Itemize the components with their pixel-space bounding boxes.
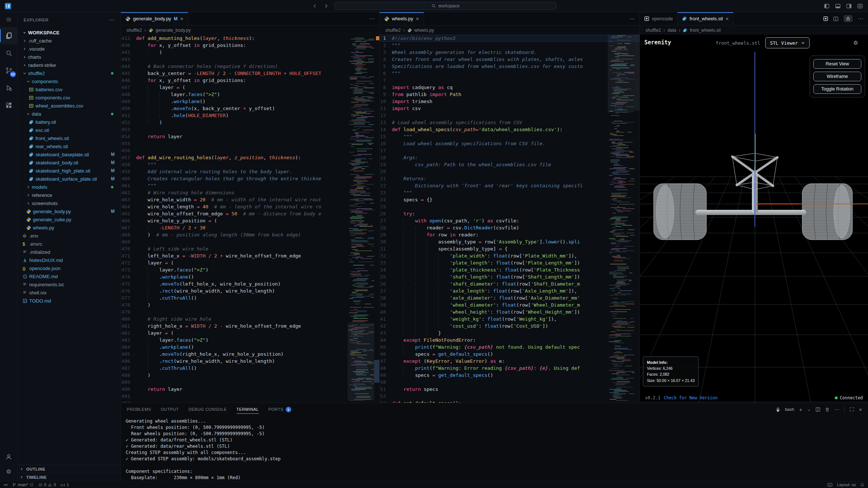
code-editor[interactable]: 1#!/usr/bin/env python32"""3Wheel assemb… xyxy=(380,35,640,403)
code-editor[interactable]: 412def add_mounting_holes(layer, thickne… xyxy=(121,35,379,403)
code-line-450[interactable]: 450 .moveTo(x, back_y_center + y_offset) xyxy=(121,105,379,112)
code-line-485[interactable]: 485 .moveTo(right_hole_x, wire_hole_y_po… xyxy=(121,351,379,358)
code-line-43[interactable]: 43 } xyxy=(380,330,640,337)
editor-lock-icon[interactable] xyxy=(844,15,852,22)
nav-back-icon[interactable] xyxy=(312,3,318,8)
tab-opencode[interactable]: opencode xyxy=(640,12,678,25)
explorer-item-readme-md[interactable]: README.md xyxy=(18,272,121,280)
explorer-more-icon[interactable] xyxy=(109,17,115,23)
explorer-item-skateboard-high-plate-stl[interactable]: skateboard_high_plate.stlM xyxy=(18,167,121,175)
code-line-482[interactable]: 482 layer = ( xyxy=(121,330,379,337)
code-line-17[interactable]: 17 xyxy=(380,147,640,154)
code-line-23[interactable]: 23 """ xyxy=(380,189,640,196)
code-line-443[interactable]: 443 xyxy=(121,56,379,63)
code-line-486[interactable]: 486 .rect(wire_hole_width, wire_hole_len… xyxy=(121,358,379,365)
code-line-412[interactable]: 412def add_mounting_holes(layer, thickne… xyxy=(121,35,379,42)
explorer-workspace-root[interactable]: WORKSPACE xyxy=(18,28,121,37)
explorer-item-wheels-py[interactable]: wheels.py xyxy=(18,223,121,232)
code-line-6[interactable]: 6""" xyxy=(380,70,640,77)
toggle-sidebar-icon[interactable] xyxy=(824,3,830,9)
code-line-39[interactable]: 39 'wheel_diameter': float(row['Wheel_Di… xyxy=(380,301,640,308)
code-line-453[interactable]: 453 xyxy=(121,126,379,133)
toggle-panel-icon[interactable] xyxy=(835,3,841,9)
code-line-29[interactable]: 29 for row in reader: xyxy=(380,231,640,238)
scrollbar[interactable] xyxy=(374,35,379,403)
problems-item[interactable]: 0 0 xyxy=(38,482,56,487)
breadcrumb[interactable]: shuffle2 wheels.py xyxy=(380,25,640,35)
open-changes-icon[interactable] xyxy=(823,16,828,21)
explorer-item-front-wheels-stl[interactable]: front_wheels.stl xyxy=(18,134,121,142)
code-line-446[interactable]: 446 for x, y_offset in grid_positions: xyxy=(121,77,379,84)
customize-layout-icon[interactable] xyxy=(857,3,863,9)
terminal-dropdown-icon[interactable] xyxy=(807,407,811,412)
breadcrumb[interactable]: shuffle2 generate_body.py xyxy=(121,25,379,35)
code-line-488[interactable]: 488 ) xyxy=(121,372,379,379)
explorer-item--envrc[interactable]: .envrc xyxy=(18,240,121,248)
code-line-484[interactable]: 484 .workplane() xyxy=(121,344,379,351)
code-line-471[interactable]: 471 left_hole_x = -WIDTH / 2 + wire_hole… xyxy=(121,252,379,259)
code-line-35[interactable]: 35 'shaft_length': float(row['Shaft_Leng… xyxy=(380,273,640,280)
toggle-secondary-sidebar-icon[interactable] xyxy=(846,3,852,9)
code-line-38[interactable]: 38 'axle_diameter': float(row['Axle_Diam… xyxy=(380,294,640,301)
code-line-462[interactable]: 462 # Wire routing hole dimensions xyxy=(121,189,379,196)
code-line-34[interactable]: 34 'plate_thickness': float(row['Plate_T… xyxy=(380,266,640,273)
explorer-item-rear-wheels-stl[interactable]: rear_wheels.stl xyxy=(18,142,121,150)
chevron-down-icon[interactable] xyxy=(23,71,28,75)
nav-forward-icon[interactable] xyxy=(323,3,329,8)
editor-actions-more-icon[interactable] xyxy=(858,16,863,22)
code-line-13[interactable]: 13# Load wheel assembly specifications f… xyxy=(380,119,640,126)
editor-actions-more-icon[interactable] xyxy=(369,16,374,22)
explorer-item-skateboard-body-stl[interactable]: skateboard_body.stlM xyxy=(18,158,121,167)
explorer-item-models[interactable]: models xyxy=(18,183,121,191)
git-branch-item[interactable]: main* xyxy=(12,482,34,487)
code-line-37[interactable]: 37 'axle_length': float(row['Axle_Length… xyxy=(380,287,640,294)
code-line-492[interactable]: 492 xyxy=(121,400,379,403)
code-line-473[interactable]: 473 layer.faces(">Z") xyxy=(121,266,379,273)
command-center-search[interactable]: workspace xyxy=(335,2,556,10)
tab-wheels-py[interactable]: wheels.py xyxy=(380,12,424,25)
settings-gear-icon[interactable]: ⚙ xyxy=(0,464,18,479)
code-line-21[interactable]: 21 Returns: xyxy=(380,175,640,182)
menu-icon[interactable] xyxy=(0,12,18,27)
explorer-item-shuffle2[interactable]: shuffle2 xyxy=(18,69,121,77)
check-update-link[interactable]: Check for New Version xyxy=(664,395,718,400)
code-line-1[interactable]: 1#!/usr/bin/env python3 xyxy=(380,35,640,42)
split-editor-icon[interactable] xyxy=(833,16,838,21)
code-line-10[interactable]: 10import trimesh xyxy=(380,98,640,105)
scrollbar[interactable] xyxy=(634,35,640,403)
code-line-50[interactable]: 50 xyxy=(380,379,640,386)
tab-problems[interactable]: PROBLEMS xyxy=(127,403,151,416)
code-line-48[interactable]: 48 print(f"Warning: Error reading {csv_p… xyxy=(380,365,640,372)
code-line-491[interactable]: 491 xyxy=(121,393,379,400)
code-line-4[interactable]: 4Creates front and rear wheel assemblies… xyxy=(380,56,640,63)
wireframe-button[interactable]: Wireframe xyxy=(813,72,861,81)
code-line-46[interactable]: 46 specs = get_default_specs() xyxy=(380,351,640,358)
explorer-item-reference[interactable]: reference xyxy=(18,191,121,199)
tab-ports[interactable]: PORTS1 xyxy=(268,403,291,416)
explorer-item-screenshots[interactable]: screenshots xyxy=(18,199,121,207)
code-line-16[interactable]: 16 Load wheel assembly specifications fr… xyxy=(380,140,640,147)
code-line-472[interactable]: 472 layer = ( xyxy=(121,259,379,266)
outline-section[interactable]: OUTLINE xyxy=(18,465,121,473)
code-line-18[interactable]: 18 Args: xyxy=(380,154,640,161)
ports-item[interactable]: 1 xyxy=(61,482,69,487)
code-line-489[interactable]: 489 xyxy=(121,379,379,386)
explorer-item-batteries-csv[interactable]: batteries.csv xyxy=(18,85,121,93)
code-line-456[interactable]: 456 xyxy=(121,147,379,154)
tab-debug-console[interactable]: DEBUG CONSOLE xyxy=(189,403,227,416)
code-line-444[interactable]: 444 # Back connector holes (negative Y d… xyxy=(121,63,379,70)
code-line-25[interactable]: 25 xyxy=(380,203,640,210)
code-line-28[interactable]: 28 reader = csv.DictReader(csvfile) xyxy=(380,224,640,231)
toggle-rotation-button[interactable]: Toggle Rotation xyxy=(813,84,861,94)
chevron-down-icon[interactable] xyxy=(26,112,32,116)
code-line-442[interactable]: 442 ) xyxy=(121,49,379,56)
explorer-item-components-csv[interactable]: components.csv xyxy=(18,93,121,102)
explorer-item--ruff-cache[interactable]: .ruff_cache xyxy=(18,37,121,45)
explorer-item--initialized[interactable]: .initialized xyxy=(18,248,121,256)
code-line-31[interactable]: 31 specs[assembly_type] = { xyxy=(380,245,640,252)
code-line-52[interactable]: 52 xyxy=(380,393,640,400)
code-line-7[interactable]: 7 xyxy=(380,77,640,84)
explorer-item-requirements-txt[interactable]: requirements.txt xyxy=(18,280,121,289)
code-line-479[interactable]: 479 xyxy=(121,308,379,315)
code-line-20[interactable]: 20 xyxy=(380,168,640,175)
